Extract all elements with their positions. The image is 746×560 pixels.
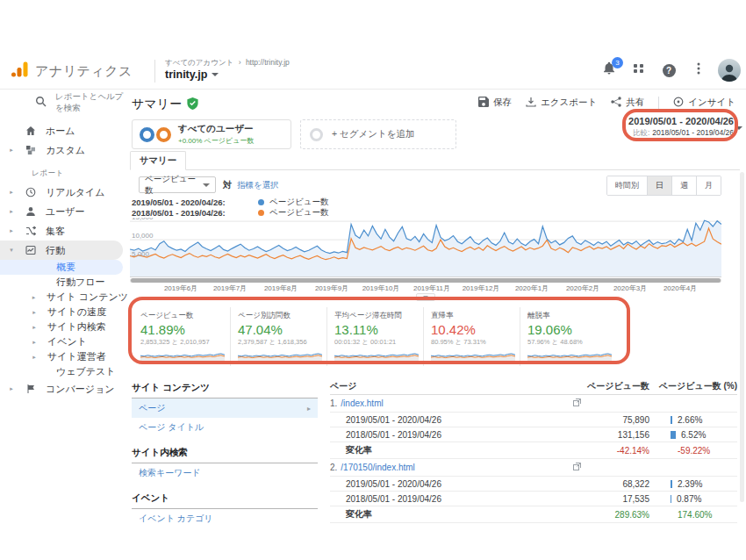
period-pct: 0.87%	[649, 494, 737, 504]
sidebar-item-experiments[interactable]: ウェブテスト	[0, 364, 128, 379]
help-button[interactable]: ?	[658, 60, 679, 81]
panel-item-イベント カテゴリ[interactable]: イベント カテゴリ	[132, 509, 318, 528]
panel-item-ページ[interactable]: ページ▸	[132, 398, 318, 418]
share-button[interactable]: 共有	[611, 97, 644, 109]
notifications-button[interactable]: 3	[599, 60, 620, 81]
chevron-right-icon: ▸	[307, 405, 311, 413]
caret-down-icon	[212, 73, 219, 76]
sidebar-item-site-speed[interactable]: ▸サイトの速度	[0, 305, 128, 319]
sidebar-nav: ホーム▸カスタムレポート▸リアルタイム▸ユーザー▸集客▾行動概要行動フロー▸サイ…	[0, 121, 128, 398]
sidebar-item-home[interactable]: ホーム	[0, 121, 128, 140]
x-axis-label: 2020年1月	[515, 284, 549, 293]
more-menu-button[interactable]	[688, 60, 709, 81]
daterange-selector[interactable]: 2019/05/01 - 2020/04/26 比較:2018/05/01 - …	[628, 116, 734, 139]
change-views: -42.14%	[581, 446, 649, 456]
sidebar-item-conversions[interactable]: ▸コンバージョン	[0, 379, 128, 398]
scorecard-ページ別訪問数[interactable]: ページ別訪問数47.04%2,379,587 と 1,618,356	[230, 307, 326, 366]
scorecard-values: 2,853,325 と 2,010,957	[140, 338, 223, 347]
page-link[interactable]: /170150/index.html	[341, 463, 415, 472]
chart-collapse-button[interactable]	[416, 293, 435, 301]
ga-logo[interactable]: アナリティクス	[11, 61, 133, 82]
goto-report-icon[interactable]	[573, 463, 581, 472]
scorecard-ページビュー数[interactable]: ページビュー数41.89%2,853,325 と 2,010,957	[133, 307, 230, 366]
caret-down-icon	[735, 126, 742, 130]
panel-item-label: イベント カテゴリ	[139, 513, 213, 525]
breadcrumb-account[interactable]: すべてのアカウント	[165, 58, 233, 67]
metric-select-dropdown[interactable]: ページビュー数	[139, 176, 216, 193]
table-page-row: 2./170150/index.html	[330, 459, 737, 477]
scorecard-直帰率[interactable]: 直帰率10.42%80.95% と 73.31%	[423, 307, 520, 366]
page-link[interactable]: /index.html	[341, 398, 383, 408]
panel-item-検索キーワード[interactable]: 検索キーワード	[132, 463, 318, 483]
sidebar-item-acquisition[interactable]: ▸集客	[0, 221, 128, 241]
table-period-row: 2019/05/01 - 2020/04/2675,8902.66%	[330, 413, 737, 427]
chevron-right-icon: ▸	[5, 227, 18, 234]
breadcrumb-separator: ›	[239, 58, 241, 67]
tab-summary[interactable]: サマリー	[130, 151, 186, 170]
goto-report-icon[interactable]	[573, 398, 581, 408]
sidebar-item-custom[interactable]: ▸カスタム	[0, 140, 128, 160]
panel-group-header: サイト コンテンツ	[132, 379, 318, 398]
clock-icon	[25, 186, 37, 198]
sidebar-item-behavior[interactable]: ▾行動	[0, 241, 123, 260]
export-label: エクスポート	[541, 97, 597, 109]
pick-metric-link[interactable]: 指標を選択	[237, 180, 279, 191]
granularity-button-週[interactable]: 週	[671, 176, 696, 195]
add-segment-button[interactable]: + セグメントを追加	[300, 119, 456, 149]
flag-icon	[25, 383, 37, 395]
user-avatar[interactable]	[718, 59, 741, 82]
insights-button[interactable]: インサイト	[673, 97, 735, 109]
table-page-row: 1./index.html	[330, 395, 737, 413]
scorecard-percent: 10.42%	[431, 322, 513, 337]
chevron-right-icon: ▸	[30, 339, 39, 346]
legend-metric: ページビュー数	[269, 207, 328, 219]
sidebar-item-label: ホーム	[46, 125, 75, 138]
property-selector[interactable]: trinity.jp	[165, 68, 219, 81]
sidebar-item-audience[interactable]: ▸ユーザー	[0, 202, 128, 221]
dimension-panel: サイト コンテンツページ▸ページ タイトルサイト内検索検索キーワードイベントイベ…	[132, 379, 318, 528]
sidebar-item-site-search[interactable]: ▸サイト内検索	[0, 319, 128, 334]
scorecard-values: 80.95% と 73.31%	[431, 338, 513, 347]
table-row-index: 1.	[330, 398, 337, 408]
table-period-row: 2018/05/01 - 2019/04/2617,5350.87%	[330, 492, 737, 506]
apps-grid-icon	[633, 62, 645, 78]
sidebar-item-label: リアルタイム	[46, 186, 105, 199]
segment-all-users[interactable]: すべてのユーザー +0.00% ページビュー数	[132, 119, 291, 149]
save-button[interactable]: 保存	[478, 97, 512, 109]
granularity-button-日[interactable]: 日	[647, 176, 671, 195]
sidebar-item-site-content[interactable]: ▸サイト コンテンツ	[0, 290, 128, 305]
scorecard-離脱率[interactable]: 離脱率19.06%57.96% と 48.68%	[520, 307, 616, 366]
panel-item-ページ タイトル[interactable]: ページ タイトル	[132, 418, 318, 437]
sidebar-item-label: ウェブテスト	[56, 365, 116, 378]
app-header: アナリティクス すべてのアカウント › http://trinity.jp tr…	[0, 53, 746, 90]
sidebar-item-overview[interactable]: 概要	[0, 260, 123, 275]
apps-grid-button[interactable]	[628, 60, 649, 81]
sidebar-item-behavior-flow[interactable]: 行動フロー	[0, 275, 128, 290]
chart-legend: 2019/05/01 - 2020/04/26:ページビュー数2018/05/0…	[132, 197, 328, 218]
granularity-group: 時間別日週月	[606, 176, 721, 196]
granularity-button-月[interactable]: 月	[696, 176, 721, 195]
export-button[interactable]: エクスポート	[526, 97, 597, 109]
chevron-right-icon: ▸	[5, 208, 18, 215]
breadcrumb-url[interactable]: http://trinity.jp	[246, 58, 290, 67]
chevron-right-icon: ▸	[30, 294, 38, 301]
granularity-button-時間別[interactable]: 時間別	[607, 176, 647, 195]
search-input[interactable]: レポートとヘルプを検索	[0, 90, 128, 116]
scorecard-平均ページ滞在時間[interactable]: 平均ページ滞在時間13.11%00:01:32 と 00:01:21	[326, 307, 423, 366]
sidebar-item-label: ユーザー	[46, 205, 85, 219]
panel-item-label: ページ	[139, 402, 165, 414]
sidebar-item-realtime[interactable]: ▸リアルタイム	[0, 183, 128, 202]
sidebar-item-label: コンバージョン	[46, 383, 115, 396]
period-pct: 2.39%	[649, 479, 737, 489]
vertical-scrollbar[interactable]	[740, 172, 744, 502]
table-header-pageviews-pct: ページビュー数 (%)	[649, 380, 737, 392]
period-pct: 6.52%	[649, 430, 737, 440]
sidebar-item-events[interactable]: ▸イベント	[0, 334, 128, 349]
chevron-right-icon: ▸	[30, 354, 39, 361]
sidebar-item-publisher[interactable]: ▸サイト運営者	[0, 349, 128, 364]
scorecards: ページビュー数41.89%2,853,325 と 2,010,957ページ別訪問…	[133, 307, 616, 366]
legend-row: 2018/05/01 - 2019/04/26:ページビュー数	[132, 207, 328, 218]
panel-item-label: 検索キーワード	[139, 467, 201, 479]
chart-horizontal-scrollbar[interactable]	[130, 278, 721, 283]
header-divider	[154, 60, 155, 83]
